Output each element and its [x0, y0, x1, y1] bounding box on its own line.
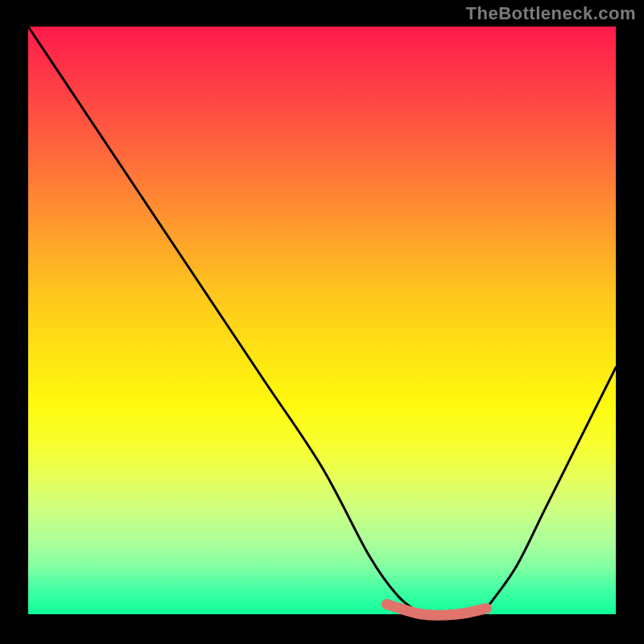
right-curve — [486, 367, 616, 608]
plot-area — [28, 27, 616, 614]
curve-layer — [28, 27, 616, 614]
left-curve — [28, 27, 422, 614]
valley-flat-segment — [386, 605, 486, 616]
chart-frame: TheBottleneck.com — [0, 0, 644, 644]
watermark-text: TheBottleneck.com — [466, 3, 636, 24]
